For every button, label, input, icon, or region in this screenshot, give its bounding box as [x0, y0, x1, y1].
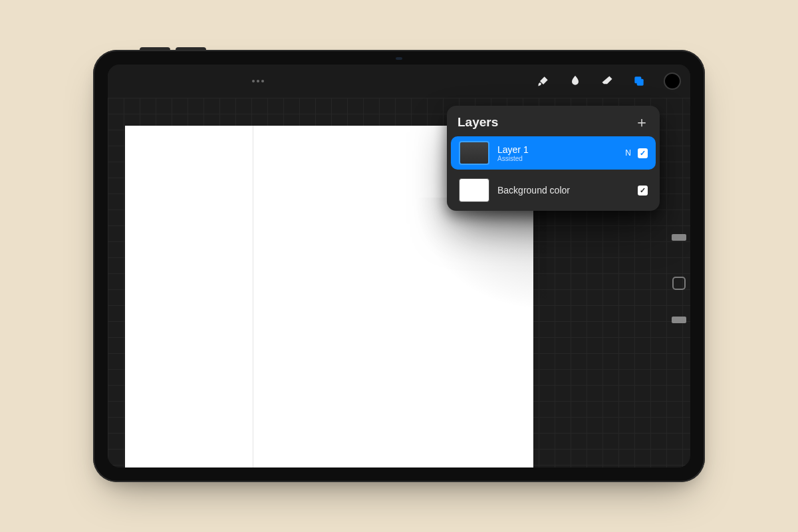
opacity-slider[interactable]	[672, 317, 686, 323]
visibility-checkbox[interactable]: ✓	[638, 148, 648, 158]
smudge-icon[interactable]	[568, 74, 583, 88]
app-screen: Layers ＋ Layer 1 Assisted N ✓ Background…	[108, 65, 690, 467]
multitask-dots-icon[interactable]	[250, 78, 266, 84]
layer-row[interactable]: Background color ✓	[451, 174, 656, 207]
symmetry-guide	[253, 126, 253, 467]
layer-name: Background color	[497, 185, 630, 196]
eraser-icon[interactable]	[600, 74, 614, 88]
layer-thumbnail	[459, 178, 489, 202]
layers-panel-title: Layers	[458, 115, 498, 130]
layer-subtitle: Assisted	[497, 155, 617, 162]
layer-name: Layer 1	[497, 144, 617, 155]
modify-button[interactable]	[672, 277, 686, 290]
color-picker-swatch[interactable]	[664, 72, 681, 90]
brush-icon[interactable]	[536, 74, 551, 88]
layer-row[interactable]: Layer 1 Assisted N ✓	[451, 136, 656, 170]
add-layer-button[interactable]: ＋	[634, 115, 649, 130]
top-toolbar	[108, 65, 690, 98]
device-camera	[396, 57, 402, 60]
visibility-checkbox[interactable]: ✓	[638, 186, 648, 196]
side-controls	[670, 214, 688, 387]
svg-rect-1	[637, 79, 644, 86]
brush-size-slider[interactable]	[672, 234, 686, 241]
layers-panel: Layers ＋ Layer 1 Assisted N ✓ Background…	[447, 106, 660, 211]
ipad-device: Layers ＋ Layer 1 Assisted N ✓ Background…	[93, 50, 705, 482]
blend-mode-indicator[interactable]: N	[625, 148, 631, 158]
layers-icon[interactable]	[632, 74, 646, 88]
layer-thumbnail	[459, 141, 489, 165]
